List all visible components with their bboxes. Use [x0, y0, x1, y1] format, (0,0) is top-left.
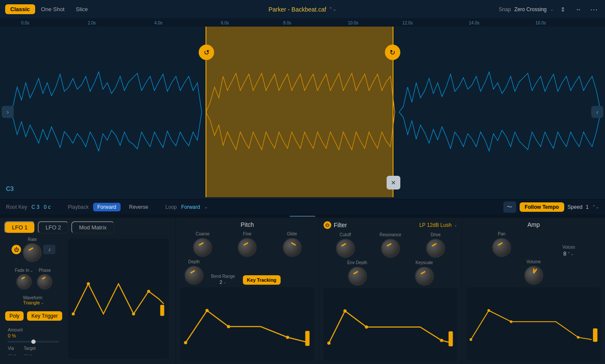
amount-slider[interactable] — [8, 341, 59, 343]
key-trigger-button[interactable]: Key Trigger — [27, 311, 62, 321]
bottom-panel: LFO 1 LFO 2 Mod Matrix ⏻ Rate ♪ Fade I — [0, 218, 605, 364]
time-mark-8: 8.0s — [283, 21, 291, 25]
amp-envelope-graph[interactable] — [466, 287, 601, 361]
nav-right-arrow[interactable]: ‹ — [591, 106, 603, 118]
voices-value[interactable]: 8 — [563, 250, 566, 257]
env-depth-knob[interactable] — [348, 267, 367, 286]
fine-knob-wrap: Fine — [238, 232, 257, 257]
waveform-toggle-icon[interactable]: 〜 — [503, 202, 516, 213]
pitch-title: Pitch — [180, 221, 315, 228]
coarse-knob[interactable] — [193, 238, 212, 257]
lfo-graph[interactable] — [68, 239, 169, 359]
lfo-tabs: LFO 1 LFO 2 Mod Matrix — [0, 218, 175, 234]
bend-range-value[interactable]: 2 — [220, 280, 222, 285]
via-label: Via — [8, 346, 17, 351]
drag-handle[interactable] — [0, 214, 605, 218]
amount-value[interactable]: 0 % — [8, 333, 59, 338]
fade-in-arrow[interactable]: ⌄ — [30, 268, 33, 273]
drive-knob[interactable] — [426, 239, 445, 258]
reverse-button[interactable]: Reverse — [125, 203, 153, 211]
time-mark-12: 12.0s — [402, 21, 413, 25]
lfo-power-button[interactable]: ⏻ — [12, 245, 21, 254]
amount-slider-thumb[interactable] — [31, 340, 36, 344]
volume-knob[interactable] — [524, 266, 543, 285]
loop-region[interactable]: ↺ ↻ ✕ — [206, 27, 393, 197]
target-value[interactable]: --- — [24, 352, 28, 357]
svg-point-5 — [184, 341, 188, 345]
speed-value[interactable]: 1 — [586, 204, 589, 210]
snap-area: Snap Zero Crossing ⌄ ⇕ ↔ ⋯ — [499, 3, 600, 15]
loop-end-handle[interactable]: ↻ — [385, 45, 400, 60]
timescale: 0.0s 2.0s 4.0s 6.0s 8.0s 10.0s 12.0s 14.… — [0, 19, 605, 27]
tab-lfo1[interactable]: LFO 1 — [4, 221, 35, 234]
nav-left-arrow[interactable]: › — [2, 106, 14, 118]
amp-title: Amp — [466, 221, 601, 228]
coarse-knob-wrap: Coarse — [193, 232, 212, 257]
filter-envelope-graph[interactable] — [324, 288, 458, 361]
resonance-knob[interactable] — [381, 239, 400, 258]
key-tracking-button[interactable]: Key Tracking — [243, 275, 281, 285]
fade-in-knob-group: Fade In ⌄ — [15, 268, 33, 289]
file-title: Parker - Backbeat.caf ⌃⌄ — [269, 6, 337, 13]
root-key-value[interactable]: C 3 — [31, 204, 39, 210]
fade-in-knob[interactable] — [16, 274, 32, 289]
poly-key-row: Poly Key Trigger — [5, 311, 62, 321]
via-value[interactable]: --- — [8, 352, 12, 357]
more-icon[interactable]: ⋯ — [588, 3, 600, 15]
root-key-label: Root Key — [6, 204, 27, 210]
svg-point-13 — [440, 339, 443, 342]
drive-knob-wrap: Drive — [426, 232, 445, 258]
waveform-dropdown-arrow[interactable]: ⌄ — [41, 301, 44, 305]
fade-in-label: Fade In — [15, 268, 29, 273]
target-row: Target --- ⌄ — [24, 346, 36, 357]
phase-knob[interactable] — [37, 274, 52, 289]
tab-classic[interactable]: Classic — [5, 4, 35, 14]
glide-knob[interactable] — [283, 238, 302, 257]
note-button[interactable]: ♪ — [43, 245, 55, 254]
poly-button[interactable]: Poly — [5, 311, 24, 321]
keyscale-knob-wrap: Keyscale — [415, 260, 434, 286]
pitch-envelope-graph[interactable] — [180, 287, 315, 361]
pitch-top-knobs: Coarse Fine Glide — [180, 232, 315, 257]
lfo-graph-svg — [68, 239, 169, 359]
drive-label: Drive — [431, 232, 441, 237]
depth-knob[interactable] — [185, 266, 203, 285]
time-mark-10: 10.0s — [348, 21, 358, 25]
main-sections: Pitch Coarse Fine Glide Depth — [176, 218, 605, 364]
waveform-canvas[interactable]: ↺ ↻ ✕ › ‹ C3 — [0, 27, 605, 197]
coarse-label: Coarse — [196, 232, 209, 236]
loop-start-handle[interactable]: ↺ — [199, 45, 214, 60]
close-loop-button[interactable]: ✕ — [387, 176, 400, 190]
tab-mod-matrix[interactable]: Mod Matrix — [71, 221, 114, 234]
rate-knob[interactable] — [23, 243, 42, 262]
waveform-value[interactable]: Triangle — [23, 300, 40, 305]
svg-point-3 — [147, 290, 150, 293]
loop-value[interactable]: Forward — [181, 204, 200, 210]
svg-rect-19 — [593, 328, 597, 342]
pan-knob[interactable] — [492, 238, 511, 257]
filter-type-value[interactable]: LP 12dB Lush — [419, 222, 451, 228]
resize-icon[interactable]: ⇕ — [557, 3, 569, 15]
tab-one-shot[interactable]: One Shot — [36, 4, 70, 14]
forward-button[interactable]: Forward — [93, 203, 121, 211]
tab-lfo2[interactable]: LFO 2 — [38, 221, 69, 234]
expand-icon[interactable]: ↔ — [572, 3, 584, 15]
bend-range-wrap: Bend Range 2 ⌄ — [211, 274, 235, 285]
fine-knob[interactable] — [238, 238, 257, 257]
tab-slice[interactable]: Slice — [70, 4, 93, 14]
svg-point-15 — [470, 338, 472, 341]
chevron-down-icon: ⌄ — [550, 7, 554, 12]
voices-label: Voices — [563, 245, 575, 250]
svg-point-1 — [87, 282, 90, 285]
mode-tabs: Classic One Shot Slice — [5, 4, 93, 14]
svg-point-6 — [206, 309, 209, 312]
cents-value[interactable]: 0 c — [44, 204, 51, 210]
cutoff-knob[interactable] — [336, 239, 355, 258]
waveform-label: Waveform — [23, 295, 44, 300]
keyscale-knob[interactable] — [415, 267, 434, 286]
follow-tempo-button[interactable]: Follow Tempo — [520, 202, 564, 212]
filter-power-button[interactable]: ⏻ — [324, 221, 331, 229]
loop-controls: 〜 Follow Tempo Speed 1 ⌃⌄ — [503, 202, 599, 213]
speed-label: Speed — [568, 204, 583, 210]
pitch-section: Pitch Coarse Fine Glide Depth — [176, 218, 319, 364]
